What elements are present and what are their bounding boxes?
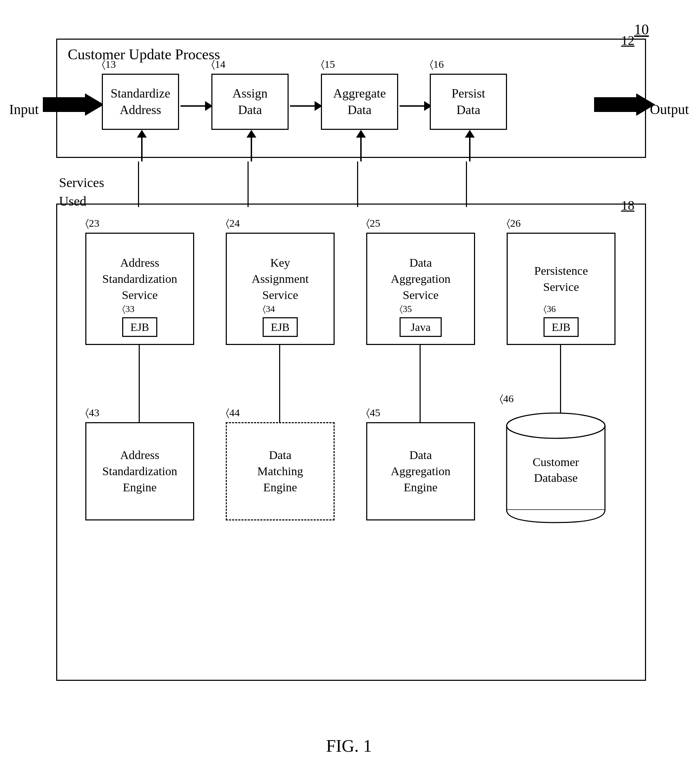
data-matching-engine-container: 〈44 DataMatchingEngine: [226, 422, 335, 520]
key-assign-service-container: 〈24 KeyAssignmentService 〈34 EJB: [226, 233, 335, 345]
db-label: 〈46: [500, 393, 514, 405]
svc4-ejb-label: 〈36: [543, 304, 556, 315]
eng1-label: 〈43: [85, 407, 99, 419]
aggregate-data-box: 〈15 AggregateData: [321, 74, 398, 130]
customer-database-container: 〈46 Customer Database: [500, 408, 626, 534]
vert-conn-3: [357, 161, 358, 207]
svc1-title: AddressStandardizationService: [102, 241, 177, 317]
box3-label: 〈15: [321, 58, 335, 71]
eng3-label: 〈45: [366, 407, 380, 419]
svc1-label: 〈23: [85, 217, 99, 229]
address-std-engine-container: 〈43 AddressStandardizationEngine: [85, 422, 194, 520]
persist-data-text: PersistData: [452, 85, 485, 118]
box1-label: 〈13: [102, 58, 116, 71]
assign-data-text: AssignData: [233, 85, 267, 118]
standardize-address-text: StandardizeAddress: [111, 85, 170, 118]
address-std-service-container: 〈23 AddressStandardizationService 〈33 EJ…: [85, 233, 194, 345]
vert-conn-1: [138, 161, 139, 207]
up-arrow-1: [137, 130, 147, 161]
svc-eng-conn-1: [139, 345, 140, 422]
svc3-ejb-label: 〈35: [399, 304, 412, 315]
vert-conn-4: [466, 161, 467, 207]
bottom-section: 18 〈23 AddressStandardizationService 〈33…: [56, 204, 646, 681]
customer-update-process-title: Customer Update Process: [68, 46, 220, 63]
svc4-label: 〈26: [507, 217, 521, 229]
customer-database-svg: Customer Database: [500, 408, 612, 527]
data-agg-engine-container: 〈45 DataAggregationEngine: [366, 422, 475, 520]
box4-label: 〈16: [430, 58, 444, 71]
svc1-ejb-box: EJB: [122, 317, 157, 337]
input-label: Input: [9, 101, 39, 118]
persist-data-box: 〈16 PersistData: [430, 74, 507, 130]
svg-text:Customer: Customer: [533, 456, 579, 468]
svc2-title: KeyAssignmentService: [252, 241, 309, 317]
standardize-address-box: 〈13 StandardizeAddress: [102, 74, 179, 130]
page: 10 12 Customer Update Process Input Outp…: [0, 0, 698, 784]
output-label: Output: [650, 101, 689, 118]
input-arrow: [43, 93, 104, 116]
aggregate-data-text: AggregateData: [333, 85, 386, 118]
eng2-label: 〈44: [226, 407, 240, 419]
up-arrow-4: [465, 130, 475, 161]
arrow-1-2: [180, 101, 213, 111]
top-section-label: 12: [621, 33, 634, 48]
svc-eng-conn-3: [419, 345, 421, 422]
svc-eng-conn-2: [279, 345, 280, 422]
svc1-ejb-label: 〈33: [122, 304, 134, 315]
eng3-box: DataAggregationEngine: [366, 422, 475, 520]
svc2-ejb-box: EJB: [262, 317, 298, 337]
vert-conn-2: [248, 161, 249, 207]
up-arrow-2: [246, 130, 256, 161]
svc2-ejb-label: 〈34: [262, 304, 275, 315]
output-arrow: [594, 93, 655, 116]
data-agg-service-container: 〈25 DataAggregationService 〈35 Java: [366, 233, 475, 345]
persistence-service-container: 〈26 PersistenceService 〈36 EJB: [507, 233, 615, 345]
svc4-ejb-box: EJB: [543, 317, 579, 337]
arrow-3-4: [399, 101, 432, 111]
svc2-label: 〈24: [226, 217, 240, 229]
assign-data-box: 〈14 AssignData: [211, 74, 289, 130]
svc3-ejb-box: Java: [399, 317, 442, 337]
eng2-box: DataMatchingEngine: [226, 422, 335, 520]
svc4-title: PersistenceService: [535, 241, 588, 317]
eng1-box: AddressStandardizationEngine: [85, 422, 194, 520]
figure-number-top: 10: [634, 21, 649, 38]
up-arrow-3: [356, 130, 366, 161]
svg-point-1: [507, 413, 605, 438]
svc3-label: 〈25: [366, 217, 380, 229]
fig-caption: FIG. 1: [326, 736, 372, 756]
bottom-section-label: 18: [621, 198, 634, 213]
box2-label: 〈14: [211, 58, 225, 71]
arrow-2-3: [290, 101, 322, 111]
svg-text:Database: Database: [534, 471, 578, 484]
